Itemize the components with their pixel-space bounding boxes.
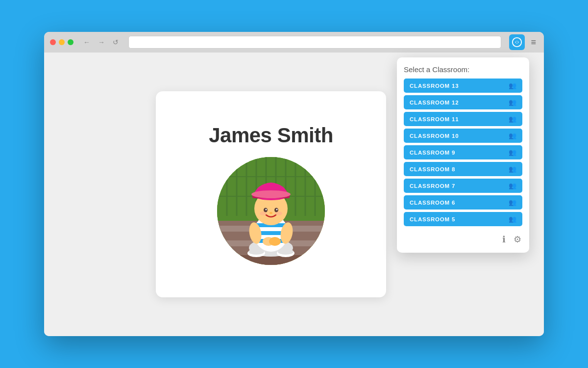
hamburger-menu-button[interactable]: ≡ <box>529 35 538 50</box>
classroom-users-icon: 👥 <box>509 165 516 173</box>
classroom-item-label: CLASSROOM 6 <box>410 200 455 206</box>
minimize-button[interactable] <box>59 39 65 45</box>
classroom-item-classroom-5[interactable]: CLASSROOM 5👥 <box>404 212 522 226</box>
classroom-item-label: CLASSROOM 12 <box>410 100 459 105</box>
classroom-item-classroom-8[interactable]: CLASSROOM 8👥 <box>404 162 522 176</box>
browser-content: James Smith <box>44 53 544 336</box>
maximize-button[interactable] <box>68 39 74 45</box>
info-button[interactable]: ℹ <box>501 233 507 246</box>
svg-point-45 <box>275 211 282 215</box>
svg-point-1 <box>516 41 518 44</box>
classroom-item-label: CLASSROOM 13 <box>410 83 459 89</box>
browser-titlebar: ← → ↺ ≡ <box>44 32 544 53</box>
classroom-item-label: CLASSROOM 11 <box>410 116 459 122</box>
svg-point-26 <box>278 249 294 255</box>
app-icon <box>512 37 522 48</box>
forward-button[interactable]: → <box>96 37 107 47</box>
classroom-item-classroom-6[interactable]: CLASSROOM 6👥 <box>404 195 522 210</box>
close-button[interactable] <box>50 39 56 45</box>
classroom-item-classroom-10[interactable]: CLASSROOM 10👥 <box>404 129 522 143</box>
back-button[interactable]: ← <box>81 37 92 47</box>
classroom-users-icon: 👥 <box>509 82 516 89</box>
classroom-users-icon: 👥 <box>509 199 516 206</box>
svg-point-24 <box>248 249 264 255</box>
classroom-users-icon: 👥 <box>509 182 516 189</box>
classroom-item-classroom-13[interactable]: CLASSROOM 13👥 <box>404 79 522 93</box>
classroom-item-label: CLASSROOM 5 <box>410 216 455 222</box>
svg-point-44 <box>260 211 267 215</box>
traffic-lights <box>50 39 74 45</box>
refresh-button[interactable]: ↺ <box>111 37 121 47</box>
settings-button[interactable]: ⚙ <box>513 233 522 246</box>
svg-point-43 <box>276 209 278 210</box>
svg-point-34 <box>269 237 281 246</box>
classroom-dropdown-panel: Select a Classroom: CLASSROOM 13👥CLASSRO… <box>397 57 529 253</box>
profile-card: James Smith <box>156 91 386 297</box>
svg-point-42 <box>266 209 267 210</box>
classroom-item-label: CLASSROOM 9 <box>410 150 455 156</box>
svg-point-39 <box>251 190 291 198</box>
profile-name: James Smith <box>209 124 333 147</box>
classroom-item-label: CLASSROOM 8 <box>410 166 455 172</box>
avatar-image <box>217 157 325 265</box>
svg-point-46 <box>270 212 272 214</box>
classroom-users-icon: 👥 <box>509 115 516 123</box>
dropdown-footer: ℹ ⚙ <box>404 231 522 246</box>
classroom-users-icon: 👥 <box>509 132 516 139</box>
classroom-item-label: CLASSROOM 10 <box>410 133 459 139</box>
classroom-item-classroom-12[interactable]: CLASSROOM 12👥 <box>404 95 522 109</box>
classroom-users-icon: 👥 <box>509 215 516 223</box>
app-icon-button[interactable] <box>509 34 525 50</box>
browser-nav: ← → ↺ <box>81 37 121 47</box>
profile-avatar <box>217 157 325 265</box>
dropdown-title: Select a Classroom: <box>404 65 522 74</box>
classroom-item-classroom-9[interactable]: CLASSROOM 9👥 <box>404 145 522 159</box>
classroom-item-label: CLASSROOM 7 <box>410 183 455 189</box>
classroom-users-icon: 👥 <box>509 99 516 106</box>
classroom-item-classroom-7[interactable]: CLASSROOM 7👥 <box>404 179 522 193</box>
classroom-list: CLASSROOM 13👥CLASSROOM 12👥CLASSROOM 11👥C… <box>404 79 522 226</box>
classroom-users-icon: 👥 <box>509 149 516 156</box>
address-bar[interactable] <box>128 36 501 49</box>
classroom-item-classroom-11[interactable]: CLASSROOM 11👥 <box>404 112 522 126</box>
browser-window: ← → ↺ ≡ James Smith <box>44 32 544 336</box>
